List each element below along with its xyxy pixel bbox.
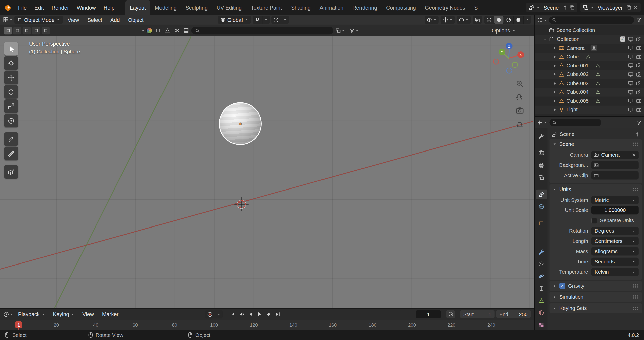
tab-compositing[interactable]: Compositing [382, 0, 420, 15]
snap-options[interactable] [262, 16, 270, 24]
menu-edit[interactable]: Edit [31, 3, 47, 12]
properties-filter-button[interactable] [636, 120, 641, 125]
outliner-row-collection[interactable]: Collection ✓ [535, 35, 644, 44]
collection-checkbox[interactable]: ✓ [620, 37, 625, 42]
jump-to-end-button[interactable] [273, 310, 282, 318]
rotate-tool[interactable] [4, 85, 18, 99]
mode-dropdown[interactable]: Object Mode [14, 16, 63, 24]
hide-viewport-icon[interactable] [628, 36, 633, 42]
time-dropdown[interactable]: Seconds [591, 257, 639, 266]
marker-menu[interactable]: Marker [99, 310, 122, 318]
panel-gravity[interactable]: ✓ Gravity [549, 281, 642, 291]
clear-icon[interactable] [632, 153, 636, 157]
outliner-row-cube-004[interactable]: Cube.004 [535, 88, 644, 97]
playback-menu[interactable]: Playback [15, 310, 48, 318]
length-dropdown[interactable]: Centimeters [591, 237, 639, 245]
transform-orientation-dropdown[interactable]: Global [218, 16, 251, 24]
mass-dropdown[interactable]: Kilograms [591, 247, 639, 255]
record-button[interactable] [205, 310, 215, 318]
pin-icon[interactable] [562, 5, 568, 10]
current-frame-field[interactable]: 1 [416, 310, 441, 318]
disable-render-icon[interactable] [636, 63, 641, 68]
keying-menu[interactable]: Keying [50, 310, 77, 318]
outliner-filter-button[interactable] [636, 17, 641, 23]
disable-render-icon[interactable] [636, 81, 641, 86]
drag-handle-icon[interactable] [632, 284, 638, 288]
shading-material-button[interactable] [504, 16, 513, 24]
tab-texture-paint[interactable]: Texture Paint [246, 0, 287, 15]
rotation-dropdown[interactable]: Degrees [591, 226, 639, 235]
move-tool[interactable] [4, 71, 18, 84]
tab-texture[interactable] [536, 320, 546, 330]
select-mode-subtract-button[interactable] [23, 27, 31, 34]
outliner-row-cube[interactable]: Cube [535, 52, 644, 61]
outliner-row-cube-002[interactable]: Cube.002 [535, 70, 644, 79]
scale-tool[interactable] [4, 99, 18, 113]
active-clip-field[interactable] [591, 171, 639, 179]
disable-render-icon[interactable] [636, 98, 641, 104]
menu-file[interactable]: File [14, 3, 30, 12]
play-reverse-button[interactable] [246, 310, 255, 318]
brush-preview-icon[interactable] [146, 27, 152, 33]
select-mode-intersect-button[interactable] [42, 27, 50, 34]
disclosure-closed-icon[interactable] [553, 46, 557, 50]
disable-render-icon[interactable] [636, 90, 641, 95]
shading-solid-button[interactable] [494, 16, 503, 24]
disclosure-closed-icon[interactable] [553, 90, 557, 94]
menu-window[interactable]: Window [73, 3, 100, 12]
frame-end-field[interactable]: End250 [496, 310, 531, 318]
hide-viewport-icon[interactable] [628, 63, 633, 68]
annotate-tool[interactable] [4, 132, 18, 146]
tab-object[interactable] [536, 219, 546, 229]
previous-keyframe-button[interactable] [237, 310, 246, 318]
shading-options[interactable] [523, 16, 531, 24]
hide-viewport-icon[interactable] [628, 90, 633, 95]
tab-material[interactable] [536, 308, 546, 318]
snap-toggle[interactable] [253, 16, 262, 24]
camera-view-icon[interactable] [516, 107, 524, 115]
cursor-tool[interactable] [4, 56, 18, 70]
separate-units-checkbox[interactable] [591, 217, 597, 223]
options-dropdown[interactable]: Options [492, 27, 515, 33]
gravity-checkbox[interactable]: ✓ [559, 283, 565, 289]
shading-wireframe-button[interactable] [484, 16, 494, 24]
outliner-row-light[interactable]: Light [535, 105, 644, 114]
select-mode-extend-button[interactable] [13, 27, 21, 34]
3d-viewport[interactable]: User Perspective (1) Collection | Sphere [0, 36, 534, 308]
menu-help[interactable]: Help [100, 3, 118, 12]
outliner-row-camera[interactable]: Camera [535, 44, 644, 52]
tab-geometry-nodes[interactable]: Geometry Nodes [420, 0, 470, 15]
outliner-search[interactable] [549, 16, 634, 23]
drag-handle-icon[interactable] [632, 142, 638, 146]
disclosure-closed-icon[interactable] [553, 72, 557, 77]
unit-system-dropdown[interactable]: Metric [591, 196, 639, 204]
menu-object[interactable]: Object [125, 16, 147, 24]
sphere-object[interactable] [219, 102, 262, 145]
background-set-field[interactable] [591, 161, 639, 169]
disable-render-icon[interactable] [636, 54, 641, 59]
disclosure-closed-icon[interactable] [553, 55, 557, 59]
camera-data-badge[interactable] [591, 45, 597, 51]
proportional-options[interactable] [281, 16, 289, 24]
tab-animation[interactable]: Animation [315, 0, 348, 15]
new-scene-icon[interactable] [570, 5, 575, 10]
hide-viewport-icon[interactable] [628, 98, 633, 104]
tab-world[interactable] [536, 202, 546, 212]
tab-particles[interactable] [536, 259, 546, 269]
tab-constraints[interactable] [536, 283, 546, 293]
axis-minus-x-ball[interactable] [494, 59, 499, 64]
hide-viewport-icon[interactable] [628, 107, 633, 112]
tool-option-icon-4[interactable] [182, 28, 190, 33]
panel-scene-header[interactable]: Scene [549, 139, 642, 149]
disable-render-icon[interactable] [636, 45, 641, 51]
disable-render-icon[interactable] [636, 72, 641, 77]
record-options[interactable] [215, 310, 223, 318]
disclosure-closed-icon[interactable] [553, 99, 557, 103]
tool-option-icon-3[interactable] [173, 28, 181, 33]
tab-uv-editing[interactable]: UV Editing [212, 0, 246, 15]
view-layer-selector[interactable]: ViewLayer [580, 3, 641, 12]
new-layer-icon[interactable] [626, 5, 631, 10]
tab-render[interactable] [536, 148, 546, 158]
panel-simulation[interactable]: Simulation [549, 292, 642, 302]
add-cube-tool[interactable] [4, 165, 18, 179]
